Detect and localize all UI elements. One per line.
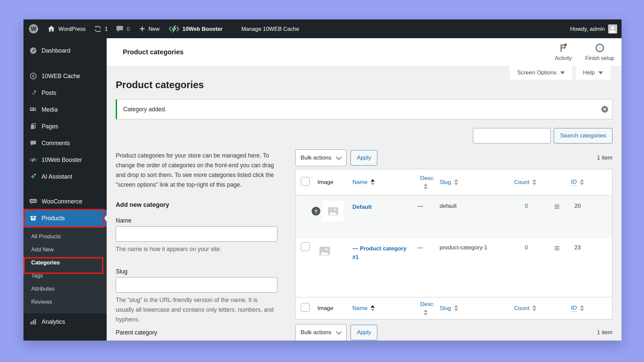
drag-handle-icon[interactable] [554,203,565,209]
submenu-item-categories[interactable]: Categories [23,256,107,269]
sidebar-item-woocommerce[interactable]: Woo WooCommerce [23,193,107,210]
finish-setup-button[interactable]: Finish setup [585,43,614,61]
category-slug: product-category-1 [432,238,511,297]
submenu-item-all-products[interactable]: All Products [23,230,107,243]
column-header-slug[interactable]: Slug [440,305,458,312]
sidebar-item-label: Media [42,106,58,113]
admin-bar-new[interactable]: New [139,25,160,33]
booster-label: 10Web Booster [182,26,223,32]
category-id: 20 [568,195,612,238]
notice-text: Category added. [123,106,166,113]
category-count-link[interactable]: 0 [525,203,528,209]
sidebar-item-label: Products [42,215,65,222]
search-input[interactable] [473,128,551,143]
screen-options-tab[interactable]: Screen Options [510,66,572,80]
dismiss-icon[interactable] [601,105,609,113]
submenu-item-reviews[interactable]: Reviews [23,295,107,308]
sidebar-item-pages[interactable]: Pages [23,118,107,135]
admin-bar: W WordPress 1 0 [23,19,622,38]
column-header-id[interactable]: ID [571,179,584,186]
column-header-slug[interactable]: Slug [440,179,458,186]
admin-bar-site-name[interactable]: WordPress [47,24,86,33]
screen-options-label: Screen Options [517,69,556,76]
add-category-form: Product categories for your store can be… [116,149,277,336]
analytics-icon [29,318,37,326]
help-tooltip-icon[interactable]: ? [312,207,320,216]
page-title: Product categories [116,79,612,90]
pushpin-icon [29,89,37,97]
search-categories-button[interactable]: Search categories [554,128,612,143]
admin-bar-booster[interactable]: 10Web Booster [168,24,223,33]
woo-icon: Woo [29,197,37,205]
sidebar-item-posts[interactable]: Posts [23,84,107,101]
activity-button[interactable]: Activity [555,43,572,61]
slug-label: Slug [116,268,277,275]
svg-text:W: W [31,25,37,32]
column-header-image: Image [313,297,349,319]
sidebar-item-label: 10Web Booster [42,157,82,164]
name-field[interactable] [116,226,277,242]
table-header-row: Image Name Description Slug Count ID [296,169,612,195]
sidebar-item-label: AI Assistant [42,173,72,180]
drag-handle-icon[interactable] [554,244,565,251]
booster-icon [29,156,37,164]
sidebar-item-comments[interactable]: Comments [23,135,107,152]
apply-button[interactable]: Apply [351,150,378,166]
help-label: Help [583,69,595,76]
header-actions: Activity Finish setup [555,43,614,61]
sidebar-item-label: 10WEB Cache [42,73,80,80]
apply-button[interactable]: Apply [351,325,378,340]
admin-bar-comments[interactable]: 0 [115,24,130,33]
comment-count: 0 [127,26,130,32]
sidebar-item-media[interactable]: Media [23,101,107,118]
bulk-actions-label: Bulk actions [301,155,331,161]
column-header-count[interactable]: Count [514,305,536,312]
success-notice: Category added. [116,99,612,119]
content-header: Product categories Activity [107,38,622,66]
submenu-item-label: All Products [31,233,61,239]
column-header-name[interactable]: Name [353,305,375,312]
media-icon [29,106,37,114]
submenu-item-tags[interactable]: Tags [23,269,107,282]
help-tab[interactable]: Help [576,66,610,80]
sidebar-item-label: Posts [42,89,56,97]
column-header-description[interactable]: Description [420,301,428,316]
admin-bar-manage-cache[interactable]: Manage 10WEB Cache [241,26,299,32]
sidebar-item-10web-cache[interactable]: 10WEB Cache [23,68,107,84]
select-all-checkbox[interactable] [301,303,310,312]
sidebar-item-label: Pages [42,123,58,130]
bulk-actions-select[interactable]: Bulk actions [295,324,346,341]
wordpress-logo-icon[interactable]: W [29,24,39,34]
two-column-layout: Product categories for your store can be… [116,149,612,341]
sidebar-item-10web-booster[interactable]: 10Web Booster [23,152,107,168]
sidebar-item-ai-assistant[interactable]: AI Assistant [23,168,107,185]
category-count-link[interactable]: 0 [525,244,528,251]
category-name-link[interactable]: — Product category #1 [353,245,407,260]
sidebar-item-label: Analytics [42,318,65,325]
avatar [608,24,617,34]
sidebar-item-dashboard[interactable]: Dashboard [23,42,107,59]
submenu-item-attributes[interactable]: Attributes [23,282,107,295]
column-header-count[interactable]: Count [514,179,536,186]
admin-bar-account[interactable]: Howdy, admin [570,24,617,34]
main-row: Dashboard 10WEB Cache Posts [23,38,622,341]
name-help-text: The name is how it appears on your site. [116,244,277,254]
bulk-actions-select[interactable]: Bulk actions [295,149,346,166]
admin-bar-updates[interactable]: 1 [94,25,108,33]
column-header-description[interactable]: Description [420,175,428,190]
select-all-checkbox[interactable] [301,177,310,186]
sort-arrows-icon [580,305,584,311]
table-row-product-category-1: — Product category #1 — product-category… [296,238,612,297]
plus-icon [139,25,146,33]
tablenav-top: Bulk actions Apply 1 item [295,149,612,166]
slug-field[interactable] [116,277,277,293]
sidebar-item-analytics[interactable]: Analytics [23,313,107,330]
column-header-name[interactable]: Name [353,179,375,186]
item-count: 1 item [597,155,612,161]
row-checkbox[interactable] [301,242,310,251]
submenu-item-add-new[interactable]: Add New [23,243,107,256]
sidebar-item-products[interactable]: Products [23,210,107,227]
category-name-link[interactable]: Default [353,204,372,210]
column-header-id[interactable]: ID [571,305,584,312]
sort-arrows-icon [424,309,428,316]
